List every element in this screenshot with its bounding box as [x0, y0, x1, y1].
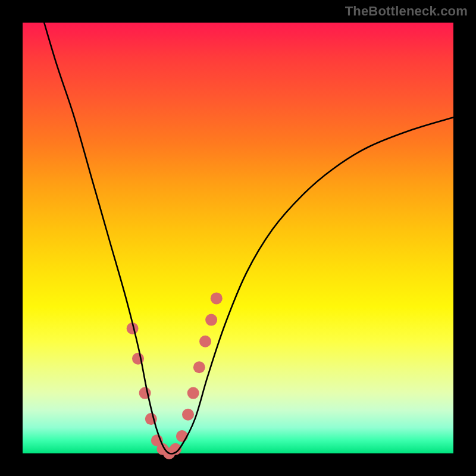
marker-point [182, 409, 194, 421]
bottleneck-curve [44, 23, 453, 454]
plot-area [23, 23, 453, 453]
marker-point [211, 292, 223, 304]
marker-point [187, 387, 199, 399]
chart-frame: TheBottleneck.com [0, 0, 476, 476]
curve-svg [23, 23, 453, 453]
marker-point [205, 314, 217, 326]
watermark-text: TheBottleneck.com [345, 4, 468, 19]
marker-point [199, 336, 211, 347]
marker-point [193, 361, 205, 373]
